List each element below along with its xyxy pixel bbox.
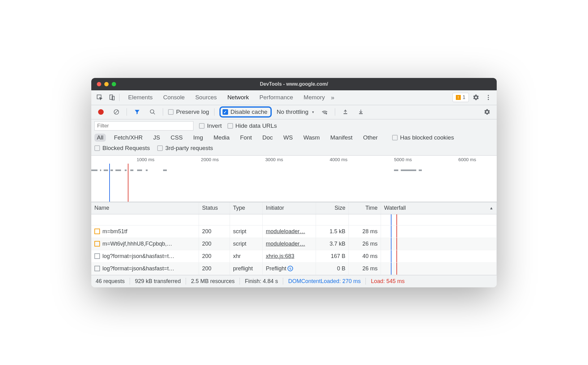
minimize-window-button[interactable] <box>104 82 109 86</box>
filter-bar: Invert Hide data URLs AllFetch/XHRJSCSSI… <box>91 119 497 156</box>
status-load: Load: 545 ms <box>371 278 404 285</box>
status-requests: 46 requests <box>96 278 125 285</box>
settings-icon[interactable] <box>471 92 481 103</box>
table-header[interactable]: Name Status Type Initiator Size Time Wat… <box>91 202 497 214</box>
issues-badge[interactable]: ! 1 <box>452 93 469 102</box>
col-size[interactable]: Size <box>316 202 349 214</box>
filter-type-fetchxhr[interactable]: Fetch/XHR <box>111 134 145 142</box>
col-time[interactable]: Time <box>349 202 381 214</box>
tab-elements[interactable]: Elements <box>128 93 153 102</box>
col-status[interactable]: Status <box>199 202 230 214</box>
request-type: script <box>230 238 263 250</box>
col-waterfall[interactable]: Waterfall▲ <box>381 202 497 214</box>
has-blocked-cookies-checkbox[interactable]: Has blocked cookies <box>392 134 454 141</box>
table-row <box>91 214 497 225</box>
request-name: log?format=json&hasfast=t… <box>102 253 174 260</box>
request-waterfall <box>381 250 497 262</box>
filter-input[interactable] <box>94 121 193 131</box>
blocked-requests-checkbox[interactable]: Blocked Requests <box>94 145 150 152</box>
filter-type-media[interactable]: Media <box>211 134 232 142</box>
request-initiator: xhrio.js:683 <box>263 250 316 262</box>
record-button[interactable] <box>96 107 106 117</box>
initiator-link[interactable]: xhrio.js:683 <box>266 253 294 260</box>
device-toolbar-icon[interactable] <box>107 92 117 103</box>
requests-table: Name Status Type Initiator Size Time Wat… <box>91 202 497 275</box>
status-bar: 46 requests 929 kB transferred 2.5 MB re… <box>91 275 497 287</box>
tab-sources[interactable]: Sources <box>195 93 218 102</box>
network-settings-icon[interactable] <box>482 107 492 117</box>
maximize-window-button[interactable] <box>112 82 116 86</box>
throttling-select[interactable]: No throttling ▼ <box>277 109 314 115</box>
timeline-tick: 2000 ms <box>201 157 220 162</box>
tab-console[interactable]: Console <box>162 93 185 102</box>
svg-rect-12 <box>359 113 363 114</box>
devtools-window: DevTools - www.google.com/ ElementsConso… <box>91 78 497 287</box>
clear-icon[interactable] <box>111 107 122 117</box>
filter-type-font[interactable]: Font <box>238 134 254 142</box>
window-title: DevTools - www.google.com/ <box>91 81 497 87</box>
separator <box>127 108 127 116</box>
separator <box>119 94 119 101</box>
filter-type-js[interactable]: JS <box>151 134 162 142</box>
kebab-menu-icon[interactable] <box>483 92 494 103</box>
panel-tabs-row: ElementsConsoleSourcesNetworkPerformance… <box>91 90 497 105</box>
filter-type-img[interactable]: Img <box>191 134 205 142</box>
export-har-icon[interactable] <box>356 107 366 117</box>
timeline-tick: 6000 ms <box>458 157 478 162</box>
sort-indicator-icon: ▲ <box>489 206 493 210</box>
file-icon <box>94 253 100 259</box>
filter-type-wasm[interactable]: Wasm <box>301 134 322 142</box>
filter-type-ws[interactable]: WS <box>281 134 296 142</box>
table-row[interactable]: m=Wt6vjf,hhhU8,FCpbqb,…200scriptmodulelo… <box>91 238 497 250</box>
col-initiator[interactable]: Initiator <box>263 202 316 214</box>
filter-type-all[interactable]: All <box>94 134 106 142</box>
filter-type-other[interactable]: Other <box>361 134 380 142</box>
titlebar: DevTools - www.google.com/ <box>91 78 497 90</box>
table-row[interactable]: m=bm51tf200scriptmoduleloader…1.5 kB28 m… <box>91 225 497 238</box>
status-finish: Finish: 4.84 s <box>245 278 278 285</box>
disable-cache-checkbox[interactable]: Disable cache <box>219 106 272 118</box>
col-name[interactable]: Name <box>91 202 199 214</box>
table-row[interactable]: log?format=json&hasfast=t…200xhrxhrio.js… <box>91 250 497 263</box>
search-icon[interactable] <box>147 107 158 117</box>
request-type: script <box>230 225 263 238</box>
import-har-icon[interactable] <box>340 107 351 117</box>
request-name: log?format=json&hasfast=t… <box>102 265 174 272</box>
warning-icon: ! <box>456 95 461 100</box>
hide-data-urls-checkbox[interactable]: Hide data URLs <box>227 122 277 129</box>
third-party-checkbox[interactable]: 3rd-party requests <box>157 145 213 152</box>
request-waterfall <box>381 225 497 238</box>
file-icon <box>94 266 100 271</box>
network-conditions-icon[interactable] <box>319 107 330 117</box>
request-status: 200 <box>199 250 230 262</box>
filter-type-css[interactable]: CSS <box>168 134 185 142</box>
invert-checkbox[interactable]: Invert <box>199 122 222 129</box>
more-tabs-icon[interactable]: » <box>327 92 338 103</box>
request-initiator: moduleloader… <box>263 238 316 250</box>
filter-type-doc[interactable]: Doc <box>260 134 275 142</box>
request-size: 3.7 kB <box>316 238 349 250</box>
svg-point-8 <box>150 110 154 114</box>
tab-memory[interactable]: Memory <box>303 93 326 102</box>
panel-tabs: ElementsConsoleSourcesNetworkPerformance… <box>128 93 326 102</box>
inspect-element-icon[interactable] <box>94 92 105 103</box>
table-row[interactable]: log?format=json&hasfast=t…200preflightPr… <box>91 263 497 275</box>
tab-network[interactable]: Network <box>227 93 250 102</box>
request-time: 28 ms <box>349 225 381 238</box>
separator <box>163 108 163 116</box>
initiator-link[interactable]: moduleloader… <box>266 241 305 247</box>
close-window-button[interactable] <box>97 82 101 86</box>
request-initiator: Preflight⇅ <box>263 263 316 275</box>
svg-line-7 <box>115 110 118 114</box>
preserve-log-checkbox[interactable]: Preserve log <box>168 109 209 115</box>
request-status: 200 <box>199 238 230 250</box>
initiator-link[interactable]: moduleloader… <box>266 228 305 235</box>
issues-count: 1 <box>463 94 465 101</box>
filter-type-manifest[interactable]: Manifest <box>328 134 355 142</box>
col-type[interactable]: Type <box>230 202 263 214</box>
separator <box>214 108 214 116</box>
timeline-overview[interactable]: 1000 ms2000 ms3000 ms4000 ms5000 ms6000 … <box>91 156 497 202</box>
filter-icon[interactable] <box>132 107 142 117</box>
request-type: preflight <box>230 263 263 275</box>
tab-performance[interactable]: Performance <box>259 93 294 102</box>
